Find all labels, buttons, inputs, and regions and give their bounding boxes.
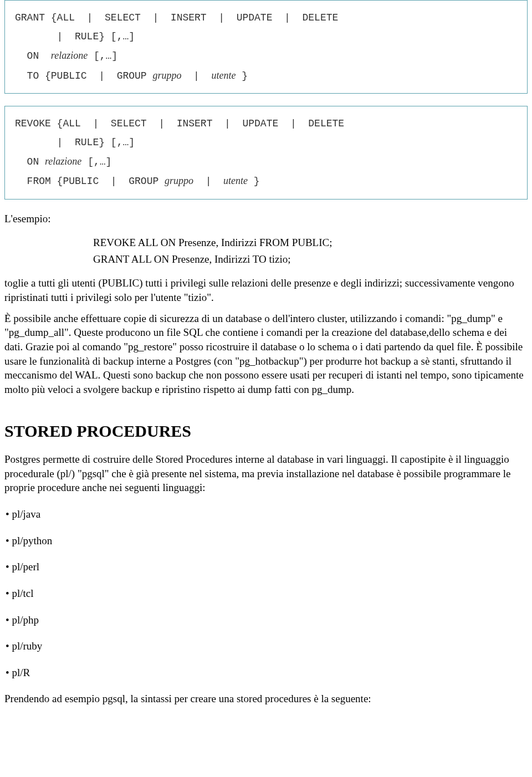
paragraph-3: Postgres permette di costruire delle Sto… [4, 452, 528, 495]
grant-line-1: GRANT {ALL | SELECT | INSERT | UPDATE | … [15, 8, 517, 27]
example-line-1: REVOKE ALL ON Presenze, Indirizzi FROM P… [93, 236, 528, 250]
list-item: pl/java [6, 507, 528, 522]
paragraph-1: toglie a tutti gli utenti (PUBLIC) tutti… [4, 276, 528, 304]
grant-line-2: | RULE} [,…] [15, 27, 517, 46]
language-list: pl/java pl/python pl/perl pl/tcl pl/php … [4, 507, 528, 679]
list-item: pl/php [6, 613, 528, 627]
example-block: REVOKE ALL ON Presenze, Indirizzi FROM P… [4, 236, 528, 266]
paragraph-4: Prendendo ad esempio pgsql, la sintassi … [4, 692, 528, 706]
revoke-line-3: ON relazione [,…] [15, 152, 517, 171]
example-intro: L'esempio: [4, 212, 528, 226]
section-heading-stored-procedures: STORED PROCEDURES [4, 420, 528, 443]
list-item: pl/ruby [6, 639, 528, 653]
list-item: pl/perl [6, 560, 528, 574]
grant-line-4: TO {PUBLIC | GROUP gruppo | utente } [15, 66, 517, 85]
list-item: pl/tcl [6, 586, 528, 601]
revoke-line-4: FROM {PUBLIC | GROUP gruppo | utente } [15, 171, 517, 191]
revoke-line-2: | RULE} [,…] [15, 133, 517, 152]
revoke-line-1: REVOKE {ALL | SELECT | INSERT | UPDATE |… [15, 114, 517, 133]
example-line-2: GRANT ALL ON Presenze, Indirizzi TO tizi… [93, 252, 528, 267]
paragraph-2: È possibile anche effettuare copie di si… [4, 311, 528, 397]
grant-line-3: ON relazione [,…] [15, 46, 517, 65]
grant-syntax-box: GRANT {ALL | SELECT | INSERT | UPDATE | … [4, 0, 528, 94]
revoke-syntax-box: REVOKE {ALL | SELECT | INSERT | UPDATE |… [4, 106, 528, 200]
list-item: pl/python [6, 534, 528, 548]
list-item: pl/R [6, 666, 528, 680]
